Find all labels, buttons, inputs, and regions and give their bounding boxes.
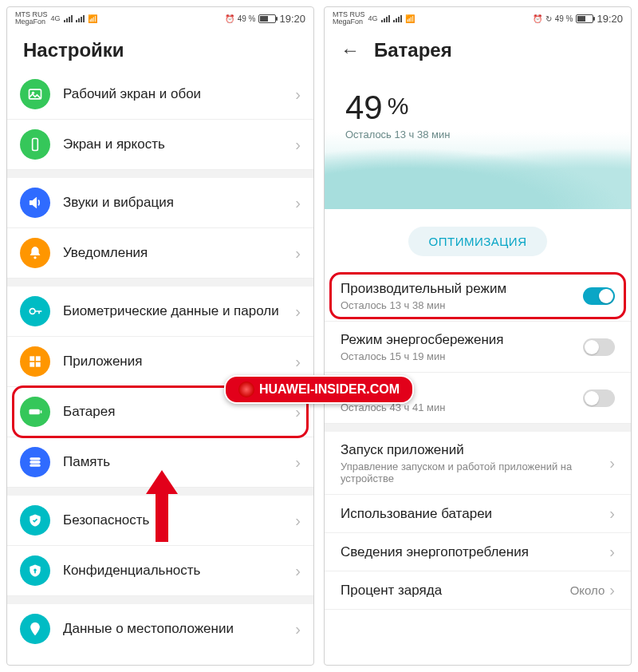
battery-options-list: Производительный режимОсталось 13 ч 38 м…	[325, 271, 631, 610]
carrier-2: MegaFon	[15, 18, 48, 26]
watermark-text: HUAWEI-INSIDER.COM	[259, 382, 400, 397]
chevron-right-icon: ›	[295, 302, 301, 321]
phone-settings-screen: MTS RUS MegaFon 4G 📶 ⏰ 49 % 19:20 Настро…	[6, 6, 314, 666]
wifi-icon: 📶	[405, 14, 415, 23]
settings-row-label: Уведомления	[63, 244, 295, 261]
huawei-logo-icon	[238, 381, 254, 397]
chevron-right-icon: ›	[295, 512, 301, 530]
chevron-right-icon: ›	[609, 504, 615, 523]
battery-row-details[interactable]: Сведения энергопотребления›	[325, 533, 631, 571]
svg-rect-10	[41, 410, 42, 413]
mode-sub: Осталось 15 ч 19 мин	[341, 350, 583, 362]
battery-icon	[258, 14, 276, 23]
svg-point-4	[30, 309, 35, 314]
alarm-icon: ⏰	[225, 14, 234, 23]
image-icon	[20, 79, 50, 109]
phone-icon	[20, 129, 50, 160]
chevron-right-icon: ›	[295, 403, 301, 421]
svg-rect-8	[36, 362, 41, 367]
settings-row-privacy[interactable]: Конфиденциальность›	[7, 546, 313, 596]
row-value: Около	[570, 583, 605, 597]
battery-icon	[576, 14, 593, 23]
privacy-icon	[20, 555, 50, 586]
svg-rect-12	[30, 461, 40, 463]
svg-rect-13	[30, 464, 40, 467]
chevron-right-icon: ›	[609, 454, 615, 472]
alarm-icon: ⏰	[533, 14, 542, 23]
toggle-ultra[interactable]	[583, 389, 615, 407]
battery-percent-value: 49	[345, 89, 383, 126]
settings-row-notif[interactable]: Уведомления›	[7, 228, 313, 279]
grid-icon	[20, 346, 50, 377]
battery-remaining: Осталось 13 ч 38 мин	[345, 128, 610, 140]
storage-icon	[20, 447, 50, 477]
chevron-right-icon: ›	[295, 136, 301, 154]
status-bar: MTS RUS MegaFon 4G 📶 ⏰ 49 % 19:20	[7, 7, 313, 30]
chevron-right-icon: ›	[295, 562, 301, 580]
clock-time: 19:20	[279, 13, 305, 25]
key-icon	[20, 296, 50, 326]
phone-battery-screen: MTS RUS MegaFon 4G 📶 ⏰ ↻ 49 % 19:20 ← Ба…	[324, 6, 632, 666]
chevron-right-icon: ›	[295, 353, 301, 371]
toggle-perf[interactable]	[583, 287, 615, 305]
svg-rect-11	[30, 457, 40, 460]
battery-title: Батарея	[374, 39, 452, 61]
optimize-section: ОПТИМИЗАЦИЯ	[325, 209, 631, 271]
chevron-right-icon: ›	[609, 543, 615, 561]
battery-icon	[20, 397, 50, 427]
settings-row-sound[interactable]: Звуки и вибрация›	[7, 178, 313, 228]
optimize-button[interactable]: ОПТИМИЗАЦИЯ	[408, 227, 548, 256]
bell-icon	[20, 238, 50, 268]
battery-hero: 49% Осталось 13 ч 38 мин	[325, 69, 631, 209]
battery-row-launch[interactable]: Запуск приложенийУправление запуском и р…	[325, 432, 631, 495]
watermark-badge: HUAWEI-INSIDER.COM	[224, 375, 414, 404]
svg-marker-16	[146, 470, 178, 542]
annotation-arrow	[146, 470, 178, 542]
chevron-right-icon: ›	[295, 85, 301, 104]
mode-title: Производительный режим	[341, 280, 583, 298]
net-label: 4G	[368, 14, 378, 22]
settings-title: Настройки	[23, 39, 124, 61]
settings-row-location[interactable]: Данные о местоположении›	[7, 604, 313, 654]
settings-row-label: Биометрические данные и пароли	[63, 302, 295, 319]
settings-row-label: Безопасность	[63, 512, 295, 528]
svg-rect-5	[30, 356, 34, 361]
settings-row-label: Рабочий экран и обои	[63, 85, 295, 102]
percent-sign: %	[388, 93, 409, 119]
nfc-icon: ↻	[545, 14, 552, 23]
wifi-icon: 📶	[88, 14, 97, 23]
settings-list: Рабочий экран и обои›Экран и яркость›Зву…	[7, 69, 313, 665]
svg-rect-9	[30, 409, 40, 415]
row-title: Использование батареи	[341, 505, 609, 523]
mode-row-perf[interactable]: Производительный режимОсталось 13 ч 38 м…	[325, 271, 631, 322]
signal-icon-2	[393, 15, 402, 22]
carrier-2: MegaFon	[333, 18, 365, 26]
toggle-save[interactable]	[583, 338, 615, 356]
settings-row-display[interactable]: Экран и яркость›	[7, 120, 313, 170]
settings-row-label: Батарея	[63, 403, 295, 420]
battery-row-charge_pct[interactable]: Процент зарядаОколо›	[325, 571, 631, 610]
battery-row-usage[interactable]: Использование батареи›	[325, 495, 631, 533]
chevron-right-icon: ›	[295, 194, 301, 212]
row-sub: Управление запуском и работой приложений…	[341, 461, 609, 484]
chevron-right-icon: ›	[295, 620, 301, 638]
page-title: Настройки	[7, 30, 313, 69]
net-label: 4G	[51, 14, 61, 22]
svg-rect-2	[33, 139, 38, 151]
mode-title: Режим энергосбережения	[341, 331, 583, 349]
back-icon[interactable]: ←	[341, 39, 360, 61]
settings-row-label: Память	[63, 453, 295, 470]
svg-rect-6	[36, 356, 41, 361]
row-title: Сведения энергопотребления	[341, 544, 609, 561]
battery-pct: 49 %	[238, 14, 256, 23]
clock-time: 19:20	[597, 13, 623, 25]
svg-rect-7	[30, 362, 34, 367]
settings-row-wallpaper[interactable]: Рабочий экран и обои›	[7, 69, 313, 120]
chevron-right-icon: ›	[295, 453, 301, 472]
chevron-right-icon: ›	[609, 581, 615, 599]
settings-row-biometrics[interactable]: Биометрические данные и пароли›	[7, 287, 313, 337]
status-bar: MTS RUS MegaFon 4G 📶 ⏰ ↻ 49 % 19:20	[325, 7, 631, 30]
settings-row-label: Экран и яркость	[63, 136, 295, 152]
shield-icon	[20, 505, 50, 536]
mode-row-save[interactable]: Режим энергосбереженияОсталось 15 ч 19 м…	[325, 322, 631, 373]
